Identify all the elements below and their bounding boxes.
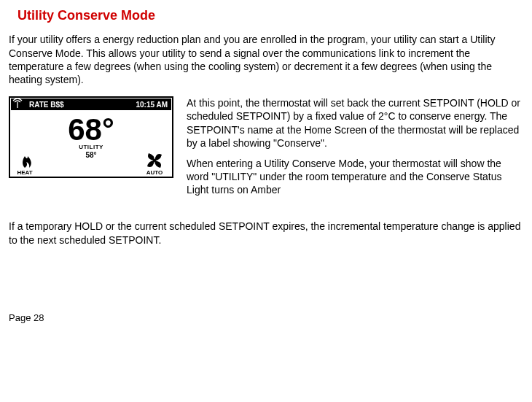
thermo-time: 10:15 AM — [136, 101, 168, 109]
thermo-fan-label: AUTO — [146, 169, 163, 176]
intro-paragraph: If your utility offers a energy reductio… — [9, 33, 523, 86]
thermo-temp: 68° — [68, 112, 114, 147]
thermo-heat-label: HEAT — [17, 169, 32, 176]
thermo-rate: RATE B$$ — [29, 101, 64, 109]
thermo-setpoint: 58° — [85, 151, 96, 159]
page-number: Page 28 — [9, 312, 523, 325]
thermostat-screenshot: RATE B$$ 10:15 AM 68° UTILITY 58° HEAT A… — [9, 96, 173, 178]
utility-word-paragraph: When entering a Utility Conserve Mode, y… — [187, 157, 523, 197]
page-title: Utility Conserve Mode — [17, 7, 523, 24]
thermo-utility-word: UTILITY — [79, 144, 103, 150]
setback-paragraph: At this point, the thermostat will set b… — [187, 96, 523, 150]
expiry-paragraph: If a temporary HOLD or the current sched… — [9, 220, 523, 246]
